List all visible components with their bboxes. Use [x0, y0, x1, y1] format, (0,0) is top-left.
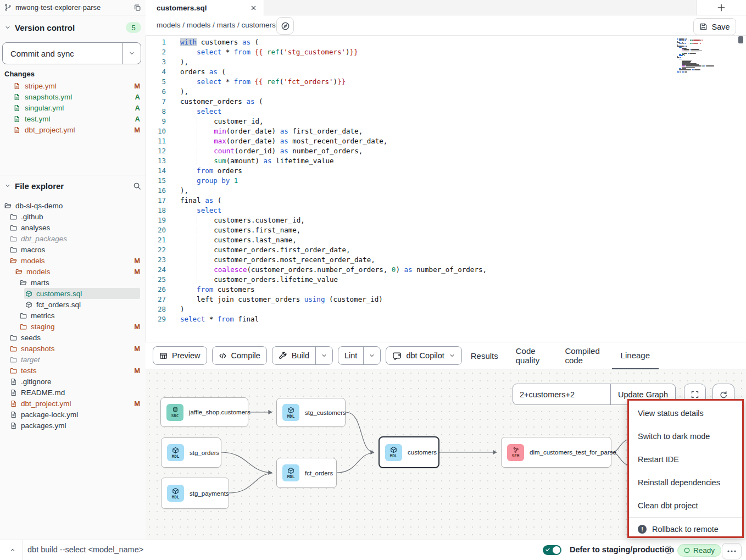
- tree-item--github[interactable]: .github: [0, 211, 146, 222]
- tree-item-dbt-project-yml[interactable]: dbt_project.ymlM: [0, 398, 146, 409]
- tree-item-customers-sql[interactable]: customers.sql: [0, 288, 146, 299]
- plus-icon[interactable]: [716, 3, 726, 13]
- tree-item-label: dbt_packages: [21, 235, 67, 243]
- line-number: 7: [146, 97, 166, 107]
- button-main[interactable]: Lint: [338, 347, 363, 364]
- code-line-16: 16),: [146, 186, 487, 196]
- code-text: ),: [166, 186, 188, 196]
- lineage-node-dim_customers_test_for_parse[interactable]: SEMdim_customers_test_for_parse: [501, 437, 611, 468]
- tree-item-models[interactable]: modelsM: [0, 255, 146, 266]
- changes-list: stripe.ymlMsnapshots.ymlAsingular.ymlAte…: [0, 80, 146, 135]
- explore-button[interactable]: [276, 17, 294, 35]
- tree-item-fct-orders-sql[interactable]: fct_orders.sql: [0, 299, 146, 310]
- menu-item-clean-dbt-project[interactable]: Clean dbt project: [629, 494, 742, 517]
- version-control-header[interactable]: Version control 5: [0, 21, 146, 34]
- tree-item-body: marts: [19, 277, 140, 288]
- button-main[interactable]: dbt Copilot: [386, 347, 461, 364]
- lineage-node-customers[interactable]: MDLcustomers: [378, 436, 439, 468]
- defer-toggle[interactable]: [543, 545, 561, 555]
- menu-item-view-status-details[interactable]: View status details: [629, 402, 742, 425]
- tree-item-models[interactable]: modelsM: [0, 266, 146, 277]
- command-input[interactable]: dbt build --select <model_name>: [27, 545, 143, 554]
- change-row-test.yml[interactable]: test.ymlA: [0, 113, 146, 124]
- tree-item-marts[interactable]: marts: [0, 277, 146, 288]
- file-explorer-header[interactable]: File explorer: [0, 179, 146, 192]
- node-label: fct_orders: [305, 470, 333, 476]
- button-dropdown-chevron[interactable]: [315, 347, 332, 364]
- more-options-button[interactable]: [722, 543, 742, 559]
- button-label: Lint: [344, 351, 357, 360]
- line-number: 21: [146, 235, 166, 245]
- tree-item-db-sl-qs-demo[interactable]: db-sl-qs-demo: [0, 200, 146, 211]
- chevron-down-icon[interactable]: [4, 24, 11, 31]
- tree-item-metrics[interactable]: metrics: [0, 310, 146, 321]
- lineage-node-stg_payments[interactable]: MDLstg_payments: [161, 478, 229, 509]
- help-icon[interactable]: ?: [665, 546, 673, 554]
- tree-item-package-lock-yml[interactable]: package-lock.yml: [0, 409, 146, 420]
- chevron-down-icon[interactable]: [4, 182, 11, 189]
- lineage-node-jaffle_shop.customers[interactable]: SRCjaffle_shop.customers: [160, 397, 248, 427]
- code-text: select: [166, 107, 221, 117]
- build-button[interactable]: Build: [272, 346, 333, 365]
- lineage-node-stg_customers[interactable]: MDLstg_customers: [276, 398, 346, 427]
- close-icon[interactable]: [250, 4, 257, 12]
- button-main[interactable]: Preview: [153, 347, 207, 364]
- preview-button[interactable]: Preview: [153, 346, 207, 365]
- node-label: stg_payments: [190, 490, 229, 497]
- search-icon[interactable]: [133, 182, 141, 190]
- node-label: dim_customers_test_for_parse: [530, 449, 616, 456]
- tab-code-quality[interactable]: Code quality: [507, 342, 556, 369]
- line-number: 18: [146, 206, 166, 215]
- command-bar-collapse-button[interactable]: [7, 545, 19, 555]
- commit-and-sync-button[interactable]: Commit and sync: [2, 42, 141, 64]
- change-row-dbt_project.yml[interactable]: dbt_project.ymlM: [0, 124, 146, 135]
- lint-button[interactable]: Lint: [338, 346, 381, 365]
- editor-minimap[interactable]: [677, 38, 712, 73]
- tree-item-tests[interactable]: testsM: [0, 365, 146, 376]
- code-line-12: 12 count(order_id) as number_of_orders,: [146, 146, 487, 156]
- lineage-node-fct_orders[interactable]: MDLfct_orders: [276, 458, 337, 488]
- dbt-copilot-button[interactable]: dbt Copilot: [386, 346, 461, 365]
- tree-item-seeds[interactable]: seeds: [0, 332, 146, 343]
- tab-customers-sql[interactable]: customers.sql: [146, 0, 264, 16]
- change-row-singular.yml[interactable]: singular.ymlA: [0, 102, 146, 113]
- code-editor[interactable]: 1with customers as (2 select * from {{ r…: [146, 36, 746, 342]
- section-divider: [0, 175, 146, 175]
- code-line-28: 28): [146, 304, 487, 314]
- editor-scrollbar-thumb[interactable]: [738, 36, 743, 43]
- menu-item-rollback-to-remote[interactable]: ! Rollback to remote: [629, 518, 742, 541]
- button-main[interactable]: Build: [272, 347, 315, 364]
- tree-item-macros[interactable]: macros: [0, 244, 146, 255]
- compile-button[interactable]: Compile: [212, 346, 267, 365]
- menu-item-switch-to-dark-mode[interactable]: Switch to dark mode: [629, 425, 742, 448]
- tree-item-snapshots[interactable]: snapshotsM: [0, 343, 146, 354]
- code-text: customers.first_name,: [166, 225, 300, 235]
- tree-item-staging[interactable]: stagingM: [0, 321, 146, 332]
- commit-options-chevron[interactable]: [122, 43, 141, 64]
- tree-item-dbt-packages[interactable]: dbt_packages: [0, 233, 146, 244]
- save-button[interactable]: Save: [693, 18, 736, 35]
- lineage-search-input[interactable]: [513, 384, 610, 404]
- tab-lineage[interactable]: Lineage: [612, 342, 659, 369]
- tree-item-readme-md[interactable]: README.md: [0, 387, 146, 398]
- tab-results[interactable]: Results: [462, 342, 507, 369]
- code-text: select: [166, 206, 221, 215]
- change-status: A: [135, 104, 140, 112]
- tree-item--gitignore[interactable]: .gitignore: [0, 376, 146, 387]
- copy-icon[interactable]: [133, 4, 141, 12]
- change-row-snapshots.yml[interactable]: snapshots.ymlA: [0, 91, 146, 102]
- change-row-stripe.yml[interactable]: stripe.ymlM: [0, 80, 146, 91]
- lineage-node-stg_orders[interactable]: MDLstg_orders: [161, 437, 221, 468]
- button-main[interactable]: Compile: [213, 347, 266, 364]
- menu-item-restart-ide[interactable]: Restart IDE: [629, 448, 742, 471]
- tree-item-body: staging: [19, 321, 130, 332]
- tab-compiled-code[interactable]: Compiled code: [556, 342, 611, 369]
- sidebar: mwong-test-explorer-parse Version contro…: [0, 0, 146, 540]
- button-dropdown-chevron[interactable]: [363, 347, 380, 364]
- tree-item-target[interactable]: target: [0, 354, 146, 365]
- tree-item-analyses[interactable]: analyses: [0, 222, 146, 233]
- tree-item-packages-yml[interactable]: packages.yml: [0, 420, 146, 431]
- menu-item-reinstall-dependencies[interactable]: Reinstall dependencies: [629, 471, 742, 494]
- folder-icon: [10, 334, 17, 341]
- file-tree: db-sl-qs-demo.githubanalysesdbt_packages…: [0, 200, 146, 431]
